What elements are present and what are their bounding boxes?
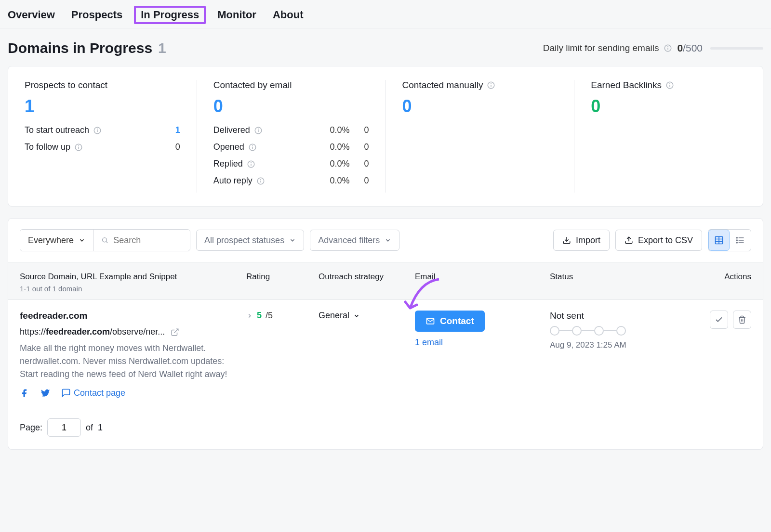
stat-row-label: Auto reply: [213, 176, 253, 186]
svg-point-23: [491, 84, 492, 84]
info-icon[interactable]: [247, 160, 255, 169]
daily-limit-value: 0/500: [677, 42, 703, 54]
daily-limit: Daily limit for sending emails 0/500: [543, 42, 763, 54]
table-toolbar: Everywhere All prospect statuses Advance…: [8, 219, 763, 262]
tab-in-progress[interactable]: In Progress: [134, 6, 206, 24]
tab-monitor[interactable]: Monitor: [217, 9, 256, 21]
pagination-total: 1: [98, 423, 103, 433]
row-status: Not sent: [550, 311, 665, 321]
contact-button[interactable]: Contact: [415, 311, 485, 332]
row-rating[interactable]: 5/5: [246, 311, 319, 321]
page-title-count: 1: [158, 40, 166, 56]
view-toggle: [708, 229, 751, 251]
search-input[interactable]: [93, 230, 190, 251]
import-button[interactable]: Import: [553, 230, 610, 251]
table-row: feedreader.com https://feedreader.com/ob…: [8, 300, 763, 413]
list-icon: [735, 235, 745, 245]
trash-icon: [738, 315, 746, 324]
info-icon[interactable]: [254, 126, 263, 135]
stat-row-count: 0: [350, 125, 369, 135]
chevron-right-icon: [246, 312, 253, 319]
stat-email-label: Contacted by email: [213, 80, 292, 91]
stat-email-value: 0: [213, 96, 369, 117]
table-icon: [714, 235, 724, 245]
chevron-down-icon: [79, 237, 85, 244]
stat-row-label: To start outreach: [25, 125, 89, 135]
scope-dropdown[interactable]: Everywhere: [20, 230, 93, 251]
page-title: Domains in Progress 1: [8, 40, 166, 56]
stat-row-label: To follow up: [25, 142, 70, 152]
stat-email: Contacted by email 0 Delivered 0.0% 0 Op…: [197, 80, 386, 193]
pagination: Page: of 1: [8, 413, 763, 449]
row-strategy-dropdown[interactable]: General: [319, 311, 415, 321]
col-status-label: Status: [550, 272, 665, 293]
row-url[interactable]: https://feedreader.com/observe/ner...: [20, 327, 246, 337]
info-icon[interactable]: [664, 44, 672, 52]
stat-backlinks: Earned Backlinks 0: [574, 80, 763, 193]
chevron-down-icon: [353, 312, 360, 319]
status-filter-dropdown[interactable]: All prospect statuses: [196, 230, 304, 251]
tab-about[interactable]: About: [273, 9, 304, 21]
info-icon[interactable]: [74, 143, 83, 152]
svg-point-26: [670, 84, 670, 84]
stat-prospects-value: 1: [25, 96, 180, 117]
advanced-filters-dropdown[interactable]: Advanced filters: [310, 230, 399, 251]
tab-prospects[interactable]: Prospects: [71, 9, 122, 21]
page-title-text: Domains in Progress: [8, 40, 152, 56]
row-domain[interactable]: feedreader.com: [20, 311, 246, 321]
svg-point-8: [79, 145, 79, 146]
export-button[interactable]: Export to CSV: [615, 230, 702, 251]
message-icon: [61, 388, 71, 398]
page-header: Domains in Progress 1 Daily limit for se…: [0, 28, 771, 66]
info-icon[interactable]: [93, 126, 102, 135]
stat-backlinks-label: Earned Backlinks: [591, 80, 662, 91]
stat-row-label: Delivered: [213, 125, 250, 135]
info-icon[interactable]: [665, 81, 674, 90]
download-icon: [562, 236, 571, 245]
pagination-input[interactable]: [47, 418, 81, 437]
view-table-button[interactable]: [708, 230, 730, 251]
stats-card: Prospects to contact 1 To start outreach…: [8, 66, 763, 207]
stat-manual-value: 0: [402, 96, 558, 117]
col-email-label: Email: [415, 272, 550, 293]
stat-row-count: 1: [161, 125, 180, 135]
contact-page-link[interactable]: Contact page: [61, 388, 125, 398]
daily-limit-bar: [710, 47, 763, 50]
check-icon: [715, 315, 723, 324]
stat-backlinks-value: 0: [591, 96, 746, 117]
stat-prospects: Prospects to contact 1 To start outreach…: [8, 80, 197, 193]
view-list-button[interactable]: [730, 230, 751, 251]
svg-point-17: [251, 162, 251, 163]
stat-manual-label: Contacted manually: [402, 80, 483, 91]
facebook-icon[interactable]: [20, 388, 29, 398]
external-link-icon[interactable]: [171, 328, 179, 337]
stat-row-count: 0: [350, 159, 369, 169]
svg-point-2: [668, 47, 668, 47]
row-email-count[interactable]: 1 email: [415, 337, 550, 348]
svg-point-27: [103, 238, 107, 242]
twitter-icon[interactable]: [40, 388, 51, 398]
search-field[interactable]: [113, 235, 182, 246]
stat-row-pct: 0.0%: [316, 142, 350, 152]
info-icon[interactable]: [248, 143, 257, 152]
col-domain-label: Source Domain, URL Example and Snippet: [20, 272, 246, 282]
row-status-steps: [550, 326, 665, 336]
row-snippet: Make all the right money moves with Nerd…: [20, 342, 232, 381]
search-icon: [101, 236, 108, 245]
pagination-of: of: [86, 423, 93, 433]
mail-icon: [425, 316, 435, 326]
delete-button[interactable]: [733, 311, 751, 329]
info-icon[interactable]: [487, 81, 495, 90]
svg-point-20: [260, 179, 261, 180]
stat-row-count: 0: [350, 142, 369, 152]
col-strategy-label: Outreach strategy: [319, 272, 415, 293]
svg-point-14: [252, 145, 253, 146]
row-status-date: Aug 9, 2023 1:25 AM: [550, 340, 665, 350]
svg-line-28: [106, 242, 107, 243]
info-icon[interactable]: [256, 177, 265, 185]
tab-overview[interactable]: Overview: [8, 9, 55, 21]
svg-point-5: [97, 129, 98, 129]
stat-row-pct: 0.0%: [316, 159, 350, 169]
approve-button[interactable]: [710, 311, 728, 329]
svg-line-41: [174, 329, 178, 333]
